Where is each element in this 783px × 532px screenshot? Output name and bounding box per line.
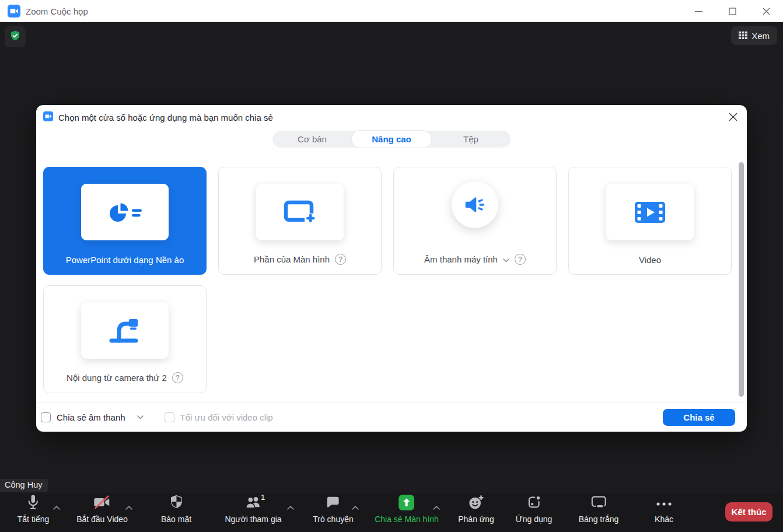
chat-bubble-icon: [326, 495, 340, 512]
video-camera-off-icon: [93, 495, 111, 512]
help-icon[interactable]: ?: [335, 254, 346, 265]
tile-powerpoint-virtual-background[interactable]: PowerPoint dưới dạng Nền ảo: [43, 167, 207, 275]
help-icon[interactable]: ?: [515, 254, 526, 265]
second-camera-icon: [81, 302, 169, 359]
optimize-video-label: Tối ưu đối với video clip: [180, 412, 273, 422]
share-dialog-title: Chọn một cửa sổ hoặc ứng dụng mà bạn muố…: [58, 113, 273, 123]
chat-options-chevron-icon[interactable]: [352, 502, 359, 512]
start-video-label: Bắt đầu Video: [76, 514, 128, 524]
window-controls: [681, 0, 783, 22]
participants-count-badge: 1: [261, 493, 265, 502]
tile-label: PowerPoint dưới dạng Nền ảo: [66, 255, 184, 265]
share-tabs: Cơ bản Nâng cao Tệp: [272, 131, 511, 148]
computer-audio-icon: [452, 181, 498, 228]
microphone-icon: [26, 494, 41, 513]
meeting-info-button[interactable]: [5, 26, 26, 47]
chat-label: Trò chuyện: [313, 514, 354, 524]
video-options-chevron-icon[interactable]: [125, 502, 132, 512]
screen-portion-icon: [256, 184, 344, 240]
share-options-grid: PowerPoint dưới dạng Nền ảo Phần của Màn…: [43, 167, 732, 393]
zoom-logo-icon: [8, 5, 20, 18]
mute-button[interactable]: Tắt tiếng: [18, 493, 49, 532]
share-dialog-footer: Chia sẻ âm thanh Tối ưu đối với video cl…: [36, 402, 747, 432]
tab-files[interactable]: Tệp: [431, 131, 511, 148]
share-dialog-header: Chọn một cửa sổ hoặc ứng dụng mà bạn muố…: [43, 111, 273, 124]
meeting-toolbar: Tắt tiếng Bắt đầu Video Bảo mật 1 Người …: [0, 493, 783, 532]
end-meeting-button[interactable]: Kết thúc: [725, 502, 772, 522]
tile-label: Phần của Màn hình: [254, 254, 330, 264]
share-button[interactable]: Chia sẻ: [663, 409, 735, 426]
share-options-chevron-icon[interactable]: [433, 502, 440, 512]
whiteboard-label: Bảng trắng: [579, 514, 619, 524]
window-title: Zoom Cuộc họp: [26, 6, 88, 16]
tile-video-file[interactable]: Video: [568, 167, 732, 275]
whiteboard-button[interactable]: Bảng trắng: [579, 493, 619, 532]
security-shield-icon: [169, 495, 183, 513]
share-audio-label: Chia sẻ âm thanh: [57, 412, 125, 422]
tab-advanced[interactable]: Nâng cao: [352, 131, 431, 148]
apps-button[interactable]: Ứng dụng: [516, 493, 553, 532]
more-button[interactable]: Khác: [655, 493, 673, 532]
participant-name-tag: Công Huy: [0, 479, 48, 492]
tile-label: Video: [639, 255, 661, 265]
tile-label: Nội dung từ camera thứ 2: [67, 373, 167, 383]
share-audio-checkbox[interactable]: [41, 412, 51, 422]
window-titlebar: Zoom Cuộc họp: [0, 0, 783, 22]
mute-options-chevron-icon[interactable]: [53, 502, 60, 512]
share-audio-chevron-icon[interactable]: [137, 415, 144, 419]
start-video-button[interactable]: Bắt đầu Video: [76, 493, 128, 532]
chat-button[interactable]: Trò chuyện: [313, 493, 354, 532]
tile-screen-portion[interactable]: Phần của Màn hình ?: [218, 167, 382, 275]
powerpoint-virtual-background-icon: [81, 184, 169, 240]
participants-icon: [244, 495, 262, 512]
dialog-close-button[interactable]: [727, 111, 739, 123]
participants-button[interactable]: 1 Người tham gia: [225, 493, 281, 532]
whiteboard-icon: [591, 495, 607, 512]
security-label: Bảo mật: [161, 514, 191, 524]
view-button-label: Xem: [751, 31, 770, 41]
reactions-button[interactable]: Phản ứng: [458, 493, 494, 532]
reactions-label: Phản ứng: [458, 514, 494, 524]
grid-view-icon: [739, 31, 747, 41]
participants-options-chevron-icon[interactable]: [287, 502, 294, 512]
tile-computer-audio[interactable]: Âm thanh máy tính ?: [393, 167, 557, 275]
shield-check-icon: [9, 30, 21, 44]
share-dialog: Chọn một cửa sổ hoặc ứng dụng mà bạn muố…: [36, 105, 747, 432]
more-ellipsis-icon: [656, 498, 672, 509]
maximize-button[interactable]: [715, 0, 749, 22]
mute-label: Tắt tiếng: [18, 514, 49, 524]
apps-icon: [527, 495, 541, 512]
tab-basic[interactable]: Cơ bản: [272, 131, 352, 148]
more-label: Khác: [655, 514, 673, 524]
video-file-icon: [606, 184, 694, 240]
view-button[interactable]: Xem: [731, 26, 777, 45]
apps-label: Ứng dụng: [516, 514, 553, 524]
chevron-down-icon[interactable]: [503, 254, 509, 264]
minimize-button[interactable]: [681, 0, 715, 22]
reactions-icon: [469, 495, 484, 512]
help-icon[interactable]: ?: [172, 372, 183, 383]
tile-second-camera[interactable]: Nội dung từ camera thứ 2 ?: [43, 285, 207, 393]
tile-label: Âm thanh máy tính: [424, 254, 498, 264]
optimize-video-checkbox[interactable]: [165, 412, 174, 422]
close-window-button[interactable]: [749, 0, 783, 22]
share-screen-icon: [399, 495, 414, 513]
share-screen-label: Chia sẻ Màn hình: [375, 514, 439, 524]
participants-label: Người tham gia: [225, 514, 281, 524]
zoom-camera-icon: [43, 111, 53, 124]
dialog-scrollbar[interactable]: [739, 162, 744, 397]
security-button[interactable]: Bảo mật: [161, 493, 191, 532]
share-screen-button[interactable]: Chia sẻ Màn hình: [375, 493, 439, 532]
